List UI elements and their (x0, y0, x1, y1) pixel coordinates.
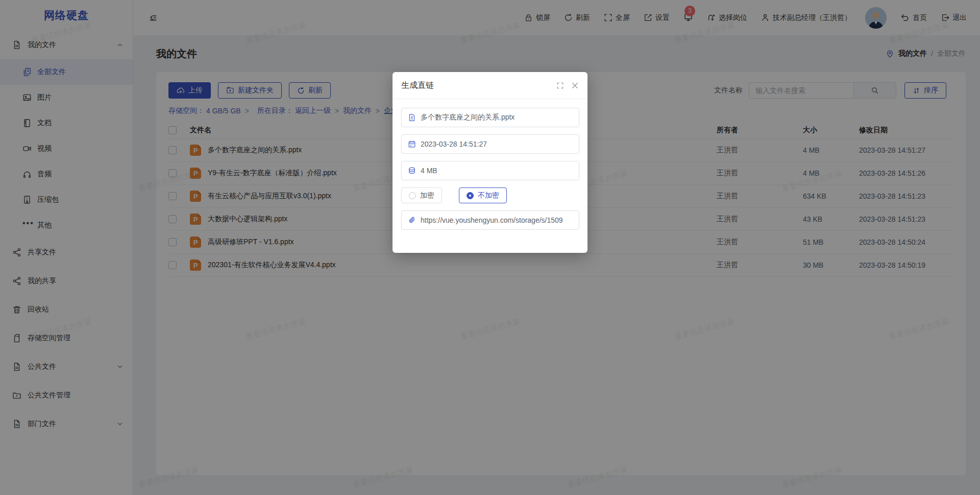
encrypt-radio-group: 加密 不加密 (401, 187, 579, 203)
radio-icon (467, 192, 474, 199)
direct-link-input[interactable] (421, 216, 573, 224)
close-icon[interactable] (571, 82, 579, 89)
link-file-time-input[interactable] (421, 140, 573, 148)
dialog-title: 生成直链 (401, 80, 434, 91)
encrypt-radio-label: 加密 (420, 191, 434, 200)
radio-icon (409, 192, 416, 199)
file-size-field (401, 161, 579, 180)
link-file-size-input[interactable] (421, 167, 573, 175)
generate-link-dialog: 生成直链 (393, 72, 587, 253)
link-file-name-input[interactable] (421, 113, 573, 122)
direct-link-field (401, 210, 579, 230)
paperclip-icon (408, 216, 416, 224)
database-icon (408, 167, 416, 175)
file-time-field (401, 134, 579, 154)
maximize-icon[interactable] (556, 82, 564, 89)
no-encrypt-radio-label: 不加密 (478, 191, 499, 200)
calendar-icon (408, 140, 416, 148)
file-text-icon (408, 113, 416, 122)
file-name-field (401, 108, 579, 127)
encrypt-radio[interactable]: 加密 (401, 187, 442, 203)
app: 网络硬盘 我的文件 全部文件 图片 文档 (0, 0, 980, 495)
no-encrypt-radio[interactable]: 不加密 (459, 187, 507, 203)
